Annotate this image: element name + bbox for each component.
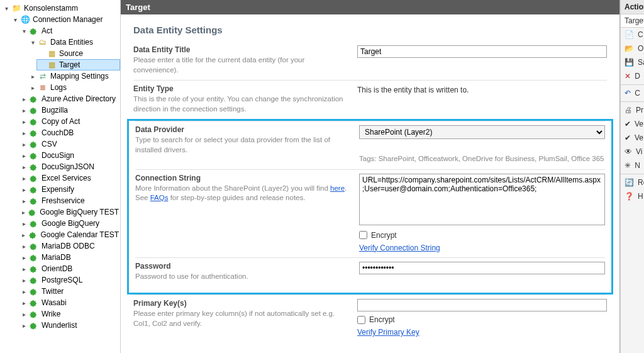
tree-connection-item[interactable]: ▸ Wrike (19, 308, 120, 320)
tree-connection-item[interactable]: ▸ PostgreSQL (19, 274, 120, 286)
tree-label: Google BigQuery (42, 219, 99, 228)
tree-root[interactable]: ▾ 📁 Konsolenstamm (1, 3, 120, 14)
entity-role-text: This is the entity that is written to. (357, 84, 607, 94)
tree-label: Freshservice (42, 196, 85, 205)
action-item[interactable]: 🔄Re (621, 176, 644, 189)
faqs-link[interactable]: FAQs (150, 194, 169, 201)
primary-key-input[interactable] (357, 299, 607, 311)
tree-connection-item[interactable]: ▸ MariaDB (19, 252, 120, 263)
tree-label: Act (42, 26, 52, 35)
expander-icon[interactable]: ▸ (20, 322, 28, 329)
data-entity-title-input[interactable] (357, 45, 607, 58)
puzzle-icon (29, 94, 39, 104)
verify-primary-key-link[interactable]: Verify Primary Key (357, 328, 419, 337)
expander-icon[interactable]: ▸ (20, 106, 28, 114)
tree-connection-item[interactable]: ▸ CouchDB (19, 127, 120, 138)
action-label: Ve (635, 120, 643, 128)
tree-data-entities[interactable]: ▾ 🗂 Data Entities (28, 36, 120, 48)
expander-icon[interactable]: ▸ (20, 186, 28, 193)
tree-connection-item[interactable]: ▸ Copy of Act (19, 116, 120, 127)
expander-icon[interactable]: ▸ (20, 299, 28, 306)
tree-connection-item[interactable]: ▸ Excel Services (19, 172, 120, 184)
action-item[interactable]: 🖨Pr (621, 103, 644, 117)
action-item[interactable]: 📂O (621, 42, 644, 55)
action-item[interactable]: 📄C (621, 28, 644, 42)
encrypt-pk-checkbox[interactable] (357, 316, 365, 324)
connection-string-textarea[interactable] (359, 174, 605, 225)
tree-logs[interactable]: ▸ ≣ Logs (28, 82, 120, 93)
tree-connection-item[interactable]: ▸ DocuSign (19, 150, 120, 161)
tree-connection-item[interactable]: ▸ OrientDB (19, 263, 120, 274)
tree-connection-item[interactable]: ▸ Twitter (19, 286, 120, 297)
action-item[interactable]: ✕D (621, 69, 644, 83)
puzzle-icon (29, 309, 39, 319)
tree-connection-item[interactable]: ▸ CSV (19, 138, 120, 150)
here-link[interactable]: here (330, 184, 345, 192)
expander-icon[interactable]: ▸ (20, 174, 28, 182)
tree-connection-item[interactable]: ▸ Google Calendar TEST (19, 229, 120, 240)
tree-label: Logs (50, 83, 67, 92)
expander-icon[interactable]: ▸ (20, 242, 28, 250)
expander-icon[interactable]: ▸ (20, 129, 28, 137)
tree-connection-item[interactable]: ▸ Freshservice (19, 195, 120, 206)
expander-icon[interactable]: ▸ (20, 95, 28, 103)
expander-icon[interactable]: ▸ (20, 118, 28, 125)
navigation-tree[interactable]: ▾ 📁 Konsolenstamm ▾ 🌐 Connection Manager (0, 0, 121, 353)
expander-icon[interactable]: ▸ (20, 288, 28, 295)
expander-icon[interactable]: ▾ (3, 4, 10, 12)
tree-connection-item[interactable]: ▸ Azure Active Directory (19, 93, 120, 104)
tree-label: Google BigQuery TEST (40, 208, 119, 216)
expander-icon[interactable]: ▸ (20, 231, 27, 238)
expander-icon[interactable]: ▸ (29, 72, 36, 80)
puzzle-icon (29, 264, 39, 274)
expander-icon[interactable]: ▾ (11, 16, 19, 23)
tree-connection-item[interactable]: ▸ Wunderlist (19, 320, 120, 331)
puzzle-icon (29, 184, 39, 194)
action-icon: 💾 (625, 57, 634, 67)
action-item[interactable]: 💾Sa (621, 55, 644, 69)
tree-connection-item[interactable]: ▸ Bugzilla (19, 104, 120, 116)
tree-act[interactable]: ▾ Act (19, 25, 120, 36)
tree-connection-item[interactable]: ▸ Google BigQuery TEST (19, 206, 120, 218)
tree-connection-item[interactable]: ▸ Google BigQuery (19, 218, 120, 229)
action-item[interactable]: ↶C (621, 86, 644, 100)
expander-icon[interactable]: ▸ (20, 208, 27, 216)
puzzle-icon (29, 150, 39, 160)
action-item[interactable]: ✳N (621, 159, 644, 172)
tree-label: MariaDB (42, 253, 71, 262)
tree-connection-manager[interactable]: ▾ 🌐 Connection Manager (10, 14, 120, 25)
verify-connection-link[interactable]: Verify Connection String (359, 244, 440, 252)
expander-icon[interactable]: ▸ (20, 310, 28, 318)
tree-label: Google Calendar TEST (40, 230, 119, 239)
expander-icon[interactable]: ▸ (20, 140, 28, 148)
data-provider-select[interactable]: SharePoint (Layer2) (359, 125, 605, 139)
tree-target[interactable]: ▸ ▦ Target (36, 59, 120, 70)
action-item[interactable]: 👁Vi (621, 145, 644, 159)
action-icon: ✔ (625, 119, 631, 129)
action-item[interactable]: ✔Ve (621, 117, 644, 131)
tree-source[interactable]: ▸ ▦ Source (36, 48, 120, 59)
expander-icon[interactable]: ▸ (20, 220, 28, 227)
expander-icon[interactable]: ▸ (20, 265, 28, 272)
expander-icon[interactable]: ▸ (20, 163, 28, 171)
tree-connection-item[interactable]: ▸ Wasabi (19, 297, 120, 308)
action-item[interactable]: ✔Ve (621, 131, 644, 145)
form-area[interactable]: Data Entity Settings Data Entity Title P… (121, 14, 619, 353)
description: Please enter a title for the current dat… (133, 55, 347, 75)
expander-icon[interactable]: ▸ (20, 152, 28, 159)
field-entity-type: Entity Type This is the role of your ent… (133, 80, 607, 119)
encrypt-checkbox[interactable] (359, 231, 367, 239)
tree-connection-item[interactable]: ▸ Expensify (19, 184, 120, 195)
tree-connection-item[interactable]: ▸ MariaDB ODBC (19, 240, 120, 252)
expander-icon[interactable]: ▸ (20, 276, 28, 284)
expander-icon[interactable]: ▸ (20, 254, 28, 261)
password-input[interactable] (359, 262, 605, 274)
tree-mapping[interactable]: ▸ ⇄ Mapping Settings (28, 70, 120, 82)
expander-icon[interactable]: ▾ (20, 27, 28, 35)
action-item[interactable]: ❓H (621, 189, 644, 203)
tree-connection-item[interactable]: ▸ DocuSignJSON (19, 161, 120, 172)
puzzle-icon (29, 320, 39, 330)
expander-icon[interactable]: ▸ (20, 197, 28, 205)
expander-icon[interactable]: ▾ (29, 38, 36, 46)
expander-icon[interactable]: ▸ (29, 84, 36, 91)
